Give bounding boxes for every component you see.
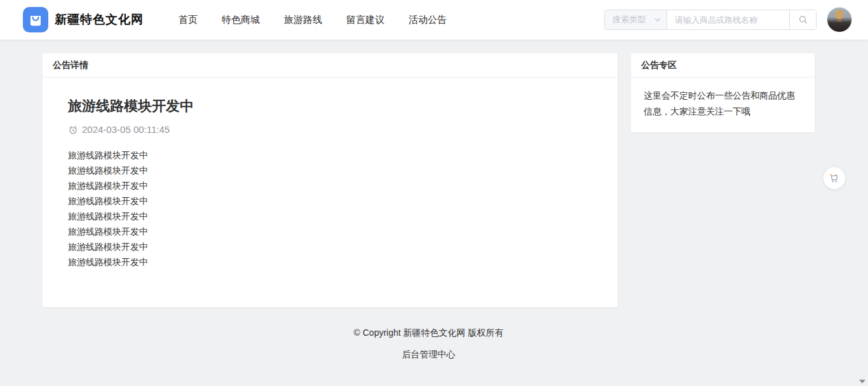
article-line: 旅游线路模块开发中 [68,163,592,178]
search-type-select[interactable]: 搜索类型 [605,10,667,29]
cart-fab-button[interactable] [823,167,846,190]
alarm-clock-icon [68,125,78,135]
site-title: 新疆特色文化网 [55,11,144,28]
search-bar: 搜索类型 [604,10,817,30]
announcement-detail-card: 公告详情 旅游线路模块开发中 2024-03-05 00:11:45 旅游线路模… [43,53,618,307]
article-line: 旅游线路模块开发中 [68,239,592,254]
search-input[interactable] [667,10,789,29]
article-line: 旅游线路模块开发中 [68,178,592,193]
chevron-down-icon [654,16,661,24]
footer-copyright: © Copyright 新疆特色文化网 版权所有 [43,327,815,339]
magnifier-icon [798,15,808,25]
article-timestamp: 2024-03-05 00:11:45 [82,124,170,135]
announcement-zone-text: 这里会不定时公布一些公告和商品优惠信息，大家注意关注一下哦 [631,78,815,132]
user-avatar[interactable] [827,7,852,32]
search-type-placeholder: 搜索类型 [613,14,646,25]
article-line: 旅游线路模块开发中 [68,193,592,209]
site-logo[interactable]: 新疆特色文化网 [23,7,144,32]
footer: © Copyright 新疆特色文化网 版权所有 后台管理中心 [43,327,815,361]
announcement-zone-title-label: 公告专区 [641,60,677,71]
footer-admin-link[interactable]: 后台管理中心 [402,349,456,361]
vertical-scrollbar[interactable] [857,40,868,386]
article-title: 旅游线路模块开发中 [68,97,592,116]
article-content: 旅游线路模块开发中 旅游线路模块开发中 旅游线路模块开发中 旅游线路模块开发中 … [68,148,592,270]
search-button[interactable] [789,10,816,29]
article-timestamp-row: 2024-03-05 00:11:45 [68,124,592,135]
nav-item-mall[interactable]: 特色商城 [222,14,260,26]
announcement-detail-body: 旅游线路模块开发中 2024-03-05 00:11:45 旅游线路模块开发中 … [43,78,618,270]
article-line: 旅游线路模块开发中 [68,254,592,270]
nav-item-home[interactable]: 首页 [179,14,198,26]
nav-item-announcements[interactable]: 活动公告 [409,14,447,26]
main-nav: 首页 特色商城 旅游路线 留言建议 活动公告 [179,14,471,26]
nav-item-routes[interactable]: 旅游路线 [284,14,322,26]
article-line: 旅游线路模块开发中 [68,224,592,239]
announcement-zone-header: 公告专区 [631,53,815,78]
cart-icon [829,172,840,184]
article-line: 旅游线路模块开发中 [68,148,592,163]
header: 新疆特色文化网 首页 特色商城 旅游路线 留言建议 活动公告 搜索类型 [0,0,868,40]
main-content: 公告详情 旅游线路模块开发中 2024-03-05 00:11:45 旅游线路模… [43,53,815,307]
shopping-bag-icon [23,7,48,32]
nav-item-feedback[interactable]: 留言建议 [346,14,384,26]
article-line: 旅游线路模块开发中 [68,209,592,224]
scroll-down-arrow-icon[interactable] [859,380,865,383]
announcement-detail-header: 公告详情 [43,53,618,78]
announcement-zone-card: 公告专区 这里会不定时公布一些公告和商品优惠信息，大家注意关注一下哦 [631,53,815,132]
announcement-detail-title-label: 公告详情 [53,60,88,71]
